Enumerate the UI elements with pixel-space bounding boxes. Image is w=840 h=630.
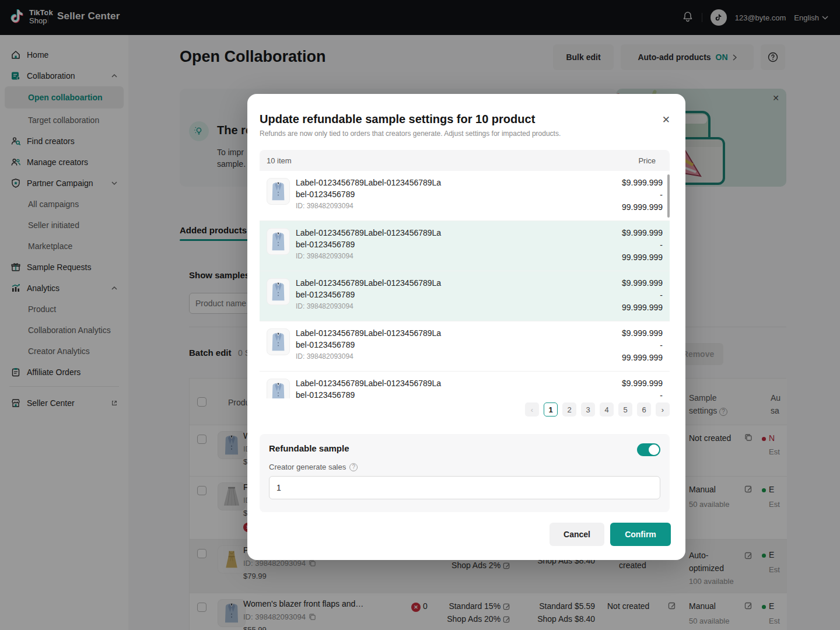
refundable-sample-panel: Refundable sample Creator generate sales… <box>260 434 670 512</box>
confirm-button[interactable]: Confirm <box>610 523 671 546</box>
pagination-page-4[interactable]: 4 <box>600 402 614 416</box>
pagination-prev-icon[interactable]: ‹ <box>525 402 539 416</box>
screen: TikTok Shop Seller Center 123@byte.com E… <box>0 0 840 630</box>
list-item[interactable]: Label-0123456789Label-0123456789Label-01… <box>260 321 670 372</box>
price-line: 99.999.999 <box>593 201 663 214</box>
creator-generate-sales-label: Creator generate sales ? <box>269 463 660 471</box>
modal-subtitle: Refunds are now only tied to orders that… <box>260 130 561 138</box>
list-item[interactable]: Label-0123456789Label-0123456789Label-01… <box>260 271 670 321</box>
refundable-sample-label: Refundable sample <box>269 443 660 453</box>
product-title: Label-0123456789Label-0123456789Label-01… <box>296 177 445 200</box>
product-list[interactable]: Label-0123456789Label-0123456789Label-01… <box>260 171 670 398</box>
update-refundable-sample-modal: ✕ Update refundable sample settings for … <box>247 94 685 560</box>
question-circle-icon[interactable]: ? <box>349 463 358 471</box>
cancel-button[interactable]: Cancel <box>550 523 604 546</box>
price-line: - <box>593 189 663 201</box>
product-title: Label-0123456789Label-0123456789Label-01… <box>296 327 445 351</box>
price-line: 99.999.999 <box>593 352 663 364</box>
product-id: ID: 398482093094 <box>296 302 465 310</box>
price-line: 99.999.999 <box>593 251 663 264</box>
price-line: - <box>593 390 663 398</box>
list-item[interactable]: Label-0123456789Label-0123456789Label-01… <box>260 171 670 221</box>
creator-generate-sales-input[interactable] <box>269 476 660 499</box>
price-column-label: Price <box>638 156 656 165</box>
product-id: ID: 398482093094 <box>296 252 465 260</box>
product-title: Label-0123456789Label-0123456789Label-01… <box>296 227 445 250</box>
price-line: - <box>593 239 663 251</box>
field-label-text: Creator generate sales <box>269 463 346 471</box>
product-id: ID: 398482093094 <box>296 352 465 360</box>
price-line: - <box>593 340 663 352</box>
pagination-page-5[interactable]: 5 <box>618 402 632 416</box>
price-line: $9.999.999 <box>593 227 663 239</box>
price-line: $9.999.999 <box>593 177 663 189</box>
product-price: $9.999.999 - 99.999.999 <box>593 227 663 264</box>
modal-title: Update refundable sample settings for 10… <box>260 113 535 126</box>
product-image-blazer <box>267 328 290 355</box>
pagination-page-2[interactable]: 2 <box>562 402 576 416</box>
price-line: - <box>593 289 663 302</box>
product-id: ID: 398482093094 <box>296 202 465 210</box>
pagination-page-3[interactable]: 3 <box>581 402 595 416</box>
product-price: $9.999.999 - 99.999.999 <box>593 377 663 398</box>
product-image-blazer <box>267 178 290 205</box>
product-price: $9.999.999 - 99.999.999 <box>593 327 663 364</box>
pagination: ‹ 1 2 3 4 5 6 › <box>525 402 670 416</box>
list-item[interactable]: Label-0123456789Label-0123456789Label-01… <box>260 221 670 271</box>
pagination-page-1[interactable]: 1 <box>544 402 558 416</box>
product-title: Label-0123456789Label-0123456789Label-01… <box>296 377 445 398</box>
refundable-sample-toggle[interactable] <box>637 443 660 456</box>
product-price: $9.999.999 - 99.999.999 <box>593 177 663 214</box>
pagination-page-6[interactable]: 6 <box>637 402 651 416</box>
price-line: 99.999.999 <box>593 302 663 314</box>
modal-footer: Cancel Confirm <box>550 523 671 546</box>
toggle-knob <box>649 444 659 455</box>
pagination-next-icon[interactable]: › <box>656 402 670 416</box>
list-scrollbar[interactable] <box>667 174 670 218</box>
price-line: $9.999.999 <box>593 327 663 340</box>
product-price: $9.999.999 - 99.999.999 <box>593 277 663 314</box>
product-image-blazer <box>267 278 290 305</box>
close-icon[interactable]: ✕ <box>662 115 670 125</box>
price-line: $9.999.999 <box>593 277 663 289</box>
product-image-blazer <box>267 228 290 255</box>
list-item[interactable]: Label-0123456789Label-0123456789Label-01… <box>260 372 670 398</box>
item-count: 10 item <box>267 156 292 165</box>
price-line: $9.999.999 <box>593 377 663 390</box>
list-header: 10 item Price <box>260 150 670 171</box>
product-image-blazer <box>267 379 290 398</box>
product-title: Label-0123456789Label-0123456789Label-01… <box>296 277 445 300</box>
